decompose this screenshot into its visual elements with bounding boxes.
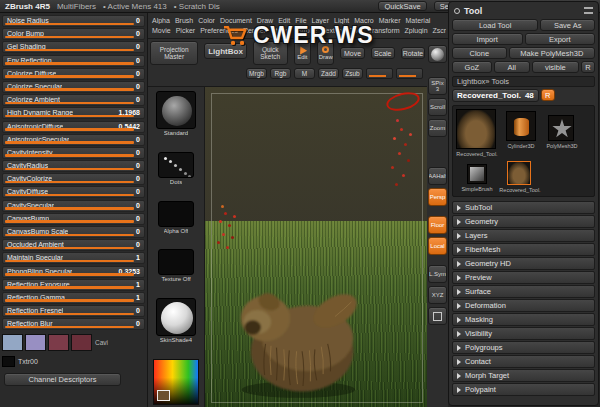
lsym-toggle[interactable]: L.Sym <box>428 265 447 283</box>
aahalf-button[interactable]: AAHalf <box>428 167 447 185</box>
palette-section[interactable]: Geometry HD <box>452 257 595 270</box>
menu-item[interactable]: Zplugin <box>403 27 430 34</box>
modifier-slider[interactable]: CanvasBump 0 <box>2 213 145 225</box>
menu-item[interactable]: Alpha <box>150 17 172 24</box>
material-selector[interactable]: SkinShade4 <box>156 298 196 343</box>
tool-r-button[interactable]: R <box>541 89 555 101</box>
local-toggle[interactable]: Local <box>428 237 447 255</box>
frame-button[interactable] <box>428 307 447 325</box>
alpha-selector[interactable]: Alpha Off <box>158 201 194 234</box>
m-toggle[interactable]: M <box>294 68 315 79</box>
modifier-slider[interactable]: Reflection Exposure 1 <box>2 279 145 291</box>
menu-item[interactable]: Marker <box>377 17 403 24</box>
modifier-slider[interactable]: Reflection Gamma 1 <box>2 292 145 304</box>
modifier-slider[interactable]: CanvasBump Scale 0 <box>2 226 145 238</box>
rotate-button[interactable]: Rotate <box>401 47 425 59</box>
projection-master-button[interactable]: Projection Master <box>150 41 198 65</box>
channel-descriptors-button[interactable]: Channel Descriptors <box>4 373 121 386</box>
color-picker[interactable] <box>153 359 199 405</box>
lightbox-tools-bar[interactable]: Lightbox» Tools <box>452 76 595 87</box>
menu-item[interactable]: Zscript <box>431 27 446 34</box>
palette-section[interactable]: SubTool <box>452 201 595 214</box>
quicksave-button[interactable]: QuickSave <box>378 1 426 11</box>
palette-section[interactable]: Polypaint <box>452 383 595 396</box>
mrgb-toggle[interactable]: Mrgb <box>246 68 267 79</box>
color-swatch[interactable] <box>48 334 69 351</box>
modifier-slider[interactable]: AnisotropicDiffuse 0.5442 <box>2 121 145 133</box>
import-button[interactable]: Import <box>452 33 523 45</box>
z-intensity-slider[interactable] <box>366 68 393 79</box>
export-button[interactable]: Export <box>525 33 596 45</box>
document-canvas[interactable] <box>205 87 427 407</box>
palette-section[interactable]: Contact <box>452 355 595 368</box>
scroll-button[interactable]: Scroll <box>428 98 447 116</box>
recovered-tool-thumbnail[interactable] <box>456 109 496 149</box>
bpr-render-button[interactable] <box>428 45 447 63</box>
modifier-slider[interactable]: Reflection Blur 0 <box>2 318 145 330</box>
scale-button[interactable]: Scale <box>371 47 395 59</box>
palette-section[interactable]: Morph Target <box>452 369 595 382</box>
rgb-toggle[interactable]: Rgb <box>270 68 291 79</box>
palette-section[interactable]: Visibility <box>452 327 595 340</box>
palette-section[interactable]: Polygroups <box>452 341 595 354</box>
persp-toggle[interactable]: Persp <box>428 188 447 206</box>
zadd-toggle[interactable]: Zadd <box>318 68 339 79</box>
simplebrush-thumbnail[interactable] <box>467 164 487 184</box>
modifier-slider[interactable]: CavitySpecular 0 <box>2 200 145 212</box>
modifier-slider[interactable]: AnisotropicSpecular 0 <box>2 134 145 146</box>
polymesh3d-thumbnail[interactable] <box>548 115 574 141</box>
palette-section[interactable]: Preview <box>452 271 595 284</box>
modifier-slider[interactable]: Env.Reflection 0 <box>2 55 145 67</box>
modifier-slider[interactable]: CavityDiffuse 0 <box>2 186 145 198</box>
load-tool-button[interactable]: Load Tool <box>452 19 538 31</box>
modifier-slider[interactable]: Colorize Ambient 0 <box>2 94 145 106</box>
menu-item[interactable]: Movie <box>150 27 173 34</box>
color-swatch[interactable] <box>25 334 46 351</box>
menu-item[interactable]: Picker <box>174 27 197 34</box>
recovered-tool-selected-thumbnail[interactable] <box>507 161 531 185</box>
modifier-slider[interactable]: CavityRadius 0 <box>2 160 145 172</box>
modifier-slider[interactable]: Gel Shading 0 <box>2 41 145 53</box>
modifier-slider[interactable]: Reflection Fresnel 0 <box>2 305 145 317</box>
palette-menu-icon[interactable] <box>584 7 593 14</box>
palette-section[interactable]: Surface <box>452 285 595 298</box>
make-polymesh3d-button[interactable]: Make PolyMesh3D <box>509 47 595 59</box>
palette-section[interactable]: Geometry <box>452 215 595 228</box>
stroke-selector[interactable]: Dots <box>158 152 194 185</box>
draw-size-slider[interactable] <box>396 68 423 79</box>
current-tool-button[interactable]: Recovered_Tool. 48 <box>452 89 539 102</box>
palette-section[interactable]: FiberMesh <box>452 243 595 256</box>
modifier-slider[interactable]: Colorize Diffuse 0 <box>2 68 145 80</box>
zsub-toggle[interactable]: Zsub <box>342 68 363 79</box>
modifier-slider[interactable]: Noise Radius 0 <box>2 15 145 27</box>
modifier-slider[interactable]: Maintain Specular 1 <box>2 252 145 264</box>
modifier-slider[interactable]: PhongBlinn Specular 0.3253 <box>2 266 145 278</box>
modifier-slider[interactable]: Occluded Ambient 0 <box>2 239 145 251</box>
palette-section[interactable]: Deformation <box>452 299 595 312</box>
palette-section[interactable]: Masking <box>452 313 595 326</box>
menu-item[interactable]: Brush <box>173 17 195 24</box>
goz-button[interactable]: GoZ <box>452 61 492 73</box>
modifier-slider[interactable]: CavityIntensity 0 <box>2 147 145 159</box>
modifier-slider[interactable]: Colorize Specular 0 <box>2 81 145 93</box>
goz-all-button[interactable]: All <box>494 61 530 73</box>
menu-item[interactable]: Material <box>403 17 432 24</box>
xyz-gyro-button[interactable]: XYZ <box>428 286 447 304</box>
brush-selector[interactable]: Standard <box>156 91 196 136</box>
cylinder3d-thumbnail[interactable] <box>506 111 536 141</box>
modifier-slider[interactable]: Color Bump 0 <box>2 28 145 40</box>
goz-visible-button[interactable]: visible <box>532 61 579 73</box>
texture-selector[interactable]: Texture Off <box>158 249 194 282</box>
color-swatch[interactable] <box>2 334 23 351</box>
goz-r-button[interactable]: R <box>581 61 595 73</box>
palette-section[interactable]: Layers <box>452 229 595 242</box>
zoom-button[interactable]: Zoom <box>428 119 447 137</box>
spix-slider[interactable]: SPix 3 <box>428 77 447 95</box>
color-swatch[interactable] <box>71 334 92 351</box>
modifier-slider[interactable]: CavityColorize 0 <box>2 173 145 185</box>
floor-toggle[interactable]: Floor <box>428 216 447 234</box>
save-as-button[interactable]: Save As <box>540 19 595 31</box>
clone-button[interactable]: Clone <box>452 47 507 59</box>
modifier-slider[interactable]: High Dynamic Range 1.1968 <box>2 107 145 119</box>
texture-slot[interactable]: Txtr00 <box>2 356 145 367</box>
